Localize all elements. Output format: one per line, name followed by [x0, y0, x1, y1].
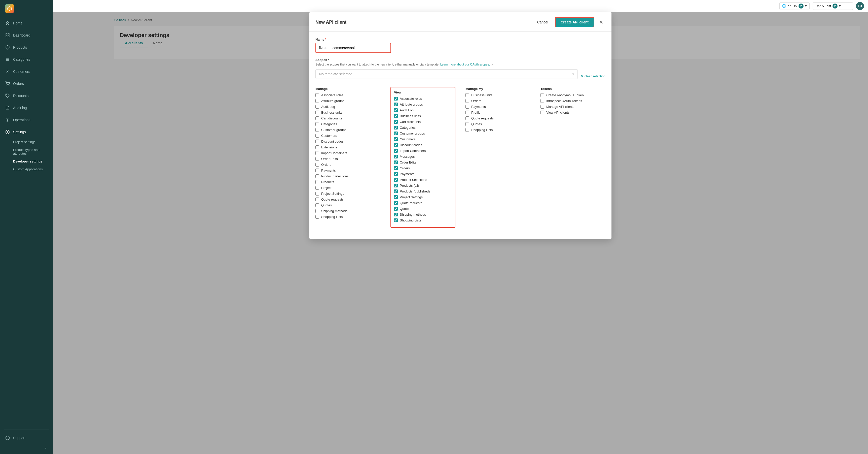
manage-checkbox-4[interactable] — [315, 116, 319, 120]
user-avatar[interactable]: FD — [856, 2, 864, 10]
manage-checkbox-13[interactable] — [315, 169, 319, 172]
view-checkbox-4[interactable] — [394, 120, 398, 124]
tokens-checkbox-2[interactable] — [540, 105, 544, 109]
oauth-scopes-link[interactable]: Learn more about our OAuth scopes. — [440, 63, 490, 66]
view-checkbox-19[interactable] — [394, 207, 398, 210]
sidebar-item-settings[interactable]: Settings — [0, 126, 53, 138]
new-api-client-dialog: New API client Cancel Create API client … — [309, 12, 612, 239]
manage-checkbox-20[interactable] — [315, 209, 319, 213]
tokens-checkbox-1[interactable] — [540, 99, 544, 103]
name-input[interactable] — [315, 43, 391, 53]
manage-checkbox-11[interactable] — [315, 157, 319, 161]
view-label-12: Orders — [400, 166, 410, 170]
manage-item-0: Associate roles — [315, 93, 380, 97]
view-checkbox-3[interactable] — [394, 114, 398, 118]
manage-checkbox-14[interactable] — [315, 174, 319, 178]
manage-checkbox-18[interactable] — [315, 198, 319, 201]
manage-checkbox-2[interactable] — [315, 105, 319, 109]
sidebar-collapse[interactable]: ← — [0, 444, 53, 454]
view-checkbox-16[interactable] — [394, 190, 398, 193]
manage-checkbox-15[interactable] — [315, 180, 319, 184]
view-checkbox-12[interactable] — [394, 166, 398, 170]
sidebar-dashboard-label: Dashboard — [13, 33, 30, 37]
manage-my-checkbox-3[interactable] — [465, 111, 469, 114]
manage-checkbox-16[interactable] — [315, 186, 319, 190]
sidebar-home-label: Home — [13, 21, 22, 25]
sidebar-item-discounts[interactable]: Discounts — [0, 90, 53, 102]
view-checkbox-14[interactable] — [394, 178, 398, 182]
manage-my-item-0: Business units — [465, 93, 530, 97]
sidebar-item-customers[interactable]: Customers — [0, 65, 53, 78]
view-checkbox-17[interactable] — [394, 195, 398, 199]
manage-label-17: Project Settings — [321, 192, 344, 196]
view-item-2: Audit Log — [394, 108, 452, 112]
manage-my-checkbox-5[interactable] — [465, 122, 469, 126]
project-selector[interactable]: Dhruv Test 2 ▾ — [813, 2, 853, 10]
view-checkbox-18[interactable] — [394, 201, 398, 205]
sidebar-item-orders[interactable]: Orders — [0, 78, 53, 90]
sidebar-item-dashboard[interactable]: Dashboard — [0, 29, 53, 41]
view-checkbox-2[interactable] — [394, 108, 398, 112]
view-checkbox-13[interactable] — [394, 172, 398, 176]
sidebar-sub-developer-settings[interactable]: Developer settings — [13, 158, 53, 165]
view-checkbox-9[interactable] — [394, 149, 398, 153]
manage-checkbox-5[interactable] — [315, 122, 319, 126]
tokens-label-2: Manage API clients — [546, 105, 574, 109]
view-checkbox-6[interactable] — [394, 132, 398, 135]
manage-checkbox-3[interactable] — [315, 111, 319, 114]
manage-my-checkbox-2[interactable] — [465, 105, 469, 109]
view-checkbox-8[interactable] — [394, 143, 398, 147]
manage-my-label-0: Business units — [471, 93, 492, 97]
sidebar-item-support[interactable]: Support — [0, 432, 53, 444]
create-api-client-button[interactable]: Create API client — [555, 17, 594, 27]
sidebar-item-home[interactable]: Home — [0, 17, 53, 29]
sidebar-item-audit[interactable]: Audit log — [0, 102, 53, 114]
view-checkbox-0[interactable] — [394, 97, 398, 101]
manage-checkbox-12[interactable] — [315, 163, 319, 167]
manage-my-checkbox-6[interactable] — [465, 128, 469, 132]
sidebar-item-categories[interactable]: Categories — [0, 53, 53, 65]
manage-my-checkbox-1[interactable] — [465, 99, 469, 103]
view-header: View — [394, 90, 452, 94]
manage-checkbox-1[interactable] — [315, 99, 319, 103]
manage-checkbox-10[interactable] — [315, 151, 319, 155]
sidebar-item-operations[interactable]: Operations — [0, 114, 53, 126]
manage-my-checkbox-0[interactable] — [465, 93, 469, 97]
manage-checkbox-17[interactable] — [315, 192, 319, 196]
view-item-20: Shipping methods — [394, 212, 452, 217]
sidebar-sub-product-types[interactable]: Product types and attributes — [13, 146, 53, 158]
cancel-button[interactable]: Cancel — [533, 18, 552, 26]
view-checkbox-21[interactable] — [394, 219, 398, 222]
tokens-checkbox-3[interactable] — [540, 111, 544, 114]
manage-my-label-1: Orders — [471, 99, 481, 103]
view-checkbox-11[interactable] — [394, 161, 398, 164]
language-selector[interactable]: 🌐 en-US 2 ▾ — [779, 2, 810, 10]
view-label-21: Shopping Lists — [400, 219, 421, 222]
view-checkbox-7[interactable] — [394, 137, 398, 141]
view-checkbox-10[interactable] — [394, 155, 398, 159]
svg-rect-1 — [6, 33, 7, 35]
sidebar-sub-project-settings[interactable]: Project settings — [13, 138, 53, 146]
manage-checkbox-9[interactable] — [315, 145, 319, 149]
view-item-7: Customers — [394, 137, 452, 141]
manage-checkbox-8[interactable] — [315, 140, 319, 143]
view-items: Associate rolesAttribute groupsAudit Log… — [394, 97, 452, 222]
close-dialog-button[interactable]: ✕ — [597, 18, 606, 26]
manage-checkbox-6[interactable] — [315, 128, 319, 132]
clear-selection-button[interactable]: ✕ clear selection — [581, 74, 606, 78]
view-checkbox-1[interactable] — [394, 103, 398, 106]
manage-my-header: Manage My — [465, 87, 530, 91]
template-selector[interactable]: No template selected ▾ — [315, 69, 578, 79]
tokens-checkbox-0[interactable] — [540, 93, 544, 97]
view-checkbox-15[interactable] — [394, 184, 398, 188]
manage-label-15: Products — [321, 180, 334, 184]
sidebar-item-products[interactable]: Products — [0, 41, 53, 53]
view-checkbox-20[interactable] — [394, 212, 398, 217]
manage-checkbox-7[interactable] — [315, 134, 319, 138]
manage-checkbox-0[interactable] — [315, 93, 319, 97]
manage-checkbox-21[interactable] — [315, 215, 319, 219]
manage-my-checkbox-4[interactable] — [465, 116, 469, 120]
view-checkbox-5[interactable] — [394, 126, 398, 130]
manage-checkbox-19[interactable] — [315, 203, 319, 207]
sidebar-sub-custom-apps[interactable]: Custom Applications — [13, 165, 53, 173]
